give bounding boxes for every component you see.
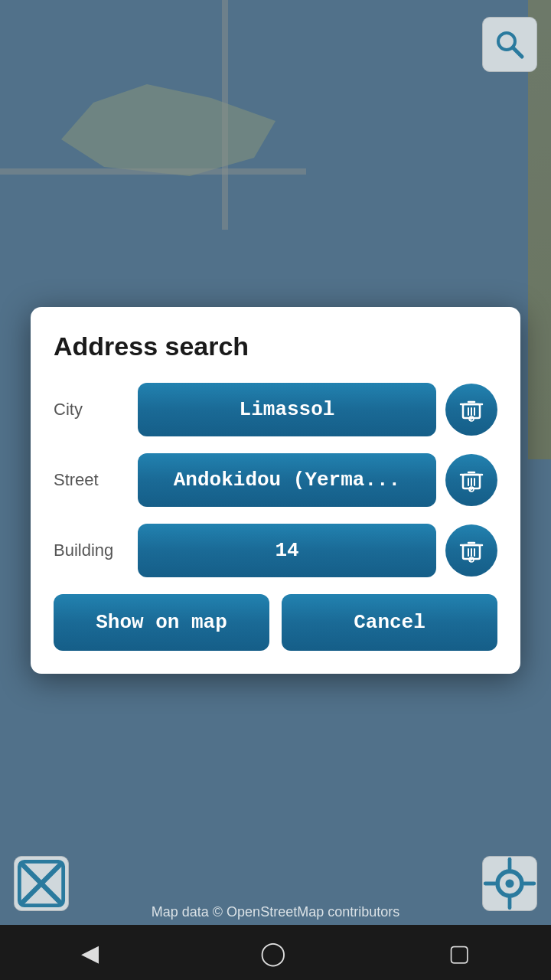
street-row: Street bbox=[54, 453, 497, 507]
city-label: City bbox=[54, 400, 138, 420]
city-input[interactable] bbox=[138, 383, 436, 436]
dialog-title: Address search bbox=[54, 332, 497, 361]
trash-icon-3 bbox=[458, 537, 484, 564]
street-delete-button[interactable] bbox=[445, 454, 497, 506]
building-row: Building bbox=[54, 524, 497, 577]
building-input[interactable] bbox=[138, 524, 436, 577]
cancel-button[interactable]: Cancel bbox=[282, 594, 497, 651]
city-delete-button[interactable] bbox=[445, 384, 497, 436]
street-label: Street bbox=[54, 470, 138, 490]
trash-icon-2 bbox=[458, 467, 484, 493]
building-label: Building bbox=[54, 541, 138, 560]
trash-icon bbox=[458, 397, 484, 423]
street-input[interactable] bbox=[138, 453, 436, 507]
address-search-dialog: Address search City Street bbox=[31, 307, 520, 674]
action-buttons: Show on map Cancel bbox=[54, 594, 497, 651]
dialog-overlay: Address search City Street bbox=[0, 0, 551, 980]
city-row: City bbox=[54, 383, 497, 436]
building-delete-button[interactable] bbox=[445, 524, 497, 577]
show-on-map-button[interactable]: Show on map bbox=[54, 594, 269, 651]
